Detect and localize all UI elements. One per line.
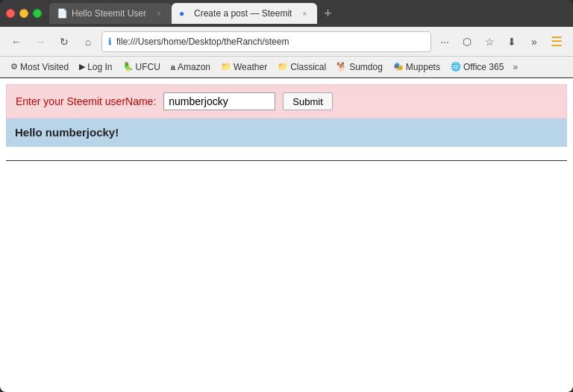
- bookmark-muppets[interactable]: 🎭 Muppets: [389, 60, 445, 74]
- bookmark-login[interactable]: ▶ Log In: [75, 60, 116, 74]
- ufcu-icon: 🦜: [123, 62, 134, 72]
- tab-favicon-2: ●: [179, 8, 190, 19]
- submit-button[interactable]: Submit: [283, 92, 332, 110]
- bookmark-label-muppets: Muppets: [406, 62, 440, 72]
- tab-close-1[interactable]: ×: [154, 8, 164, 19]
- browser-window: 📄 Hello Steemit User × ● Create a post —…: [0, 0, 573, 392]
- forward-button[interactable]: →: [30, 31, 51, 52]
- bookmark-label-ufcu: UFCU: [136, 62, 160, 72]
- overflow-button[interactable]: »: [524, 31, 545, 52]
- nav-actions: ··· ⬡ ☆ ⬇ » ☰: [434, 31, 567, 52]
- bookmark-classical[interactable]: 📁 Classical: [273, 60, 331, 74]
- hello-text: Hello numberjocky!: [15, 126, 119, 139]
- maximize-window-button[interactable]: [33, 9, 42, 18]
- tab-title-1: Hello Steemit User: [72, 8, 146, 19]
- download-button[interactable]: ⬇: [501, 31, 522, 52]
- bookmark-label-most-visited: Most Visited: [20, 62, 69, 72]
- bookmark-amazon[interactable]: a Amazon: [166, 60, 215, 74]
- bookmark-label-amazon: Amazon: [178, 62, 210, 72]
- bottom-divider: [6, 160, 567, 161]
- bookmark-label-login: Log In: [87, 62, 112, 72]
- bookmarks-bar: ⚙ Most Visited ▶ Log In 🦜 UFCU a Amazon …: [0, 57, 573, 78]
- bookmarks-overflow-button[interactable]: »: [510, 60, 521, 74]
- bookmark-label-office365: Office 365: [463, 62, 504, 72]
- traffic-lights: [6, 9, 42, 18]
- reload-button[interactable]: ↻: [54, 31, 75, 52]
- form-label: Enter your Steemit userName:: [16, 95, 156, 107]
- bookmark-ufcu[interactable]: 🦜 UFCU: [119, 60, 165, 74]
- bookmark-button[interactable]: ☆: [479, 31, 500, 52]
- title-bar: 📄 Hello Steemit User × ● Create a post —…: [0, 0, 573, 27]
- tab-close-2[interactable]: ×: [299, 8, 310, 19]
- tab-create-post[interactable]: ● Create a post — Steemit ×: [172, 3, 317, 24]
- folder-classical-icon: 📁: [278, 62, 288, 72]
- address-text: file:///Users/home/Desktop/theRanch/stee…: [116, 37, 425, 47]
- new-tab-button[interactable]: +: [317, 3, 338, 24]
- sumdog-icon: 🐕: [336, 62, 347, 72]
- security-info-icon: ℹ: [108, 37, 112, 47]
- hello-section: Hello numberjocky!: [6, 118, 567, 147]
- bookmark-most-visited[interactable]: ⚙ Most Visited: [6, 60, 73, 74]
- bookmark-weather[interactable]: 📁 Weather: [216, 60, 272, 74]
- nav-bar: ← → ↻ ⌂ ℹ file:///Users/home/Desktop/the…: [0, 27, 573, 57]
- tab-title-2: Create a post — Steemit: [194, 8, 292, 19]
- page-content: Enter your Steemit userName: Submit Hell…: [0, 78, 573, 392]
- pocket-button[interactable]: ⬡: [457, 31, 478, 52]
- bookmark-label-classical: Classical: [290, 62, 326, 72]
- play-icon: ▶: [79, 62, 85, 72]
- back-button[interactable]: ←: [6, 31, 27, 52]
- close-window-button[interactable]: [6, 9, 15, 18]
- star-icon: ⚙: [10, 62, 18, 72]
- tab-favicon-1: 📄: [57, 8, 67, 19]
- menu-button[interactable]: ☰: [546, 31, 567, 52]
- address-bar[interactable]: ℹ file:///Users/home/Desktop/theRanch/st…: [101, 31, 431, 52]
- bookmark-label-weather: Weather: [234, 62, 267, 72]
- folder-weather-icon: 📁: [221, 62, 231, 72]
- amazon-icon: a: [171, 63, 175, 72]
- more-options-button[interactable]: ···: [434, 31, 455, 52]
- page-inner: Enter your Steemit userName: Submit Hell…: [0, 78, 573, 392]
- muppets-icon: 🎭: [393, 62, 404, 72]
- bookmark-sumdog[interactable]: 🐕 Sumdog: [332, 60, 387, 74]
- username-input[interactable]: [163, 92, 275, 110]
- minimize-window-button[interactable]: [19, 9, 28, 18]
- form-section: Enter your Steemit userName: Submit: [6, 84, 567, 118]
- bookmark-office365[interactable]: 🌐 Office 365: [446, 60, 508, 74]
- bookmark-label-sumdog: Sumdog: [349, 62, 383, 72]
- tab-hello-steemit[interactable]: 📄 Hello Steemit User ×: [49, 3, 172, 24]
- tabs-row: 📄 Hello Steemit User × ● Create a post —…: [49, 3, 567, 24]
- globe-icon: 🌐: [451, 62, 461, 72]
- home-button[interactable]: ⌂: [78, 31, 98, 52]
